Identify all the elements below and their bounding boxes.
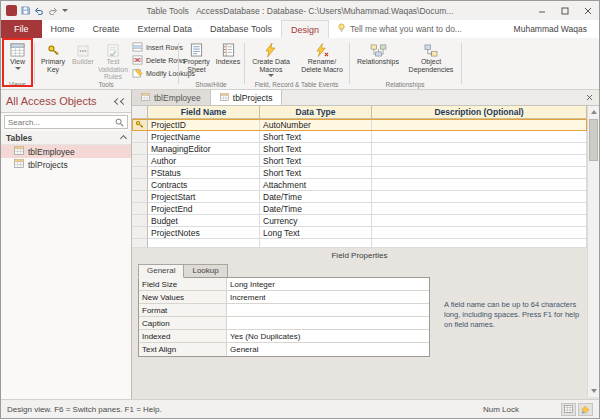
data-type-cell[interactable]: Short Text (260, 143, 372, 155)
field-name-cell[interactable]: ProjectStart (148, 191, 260, 203)
property-value[interactable]: General (227, 343, 429, 356)
field-name-cell[interactable]: Contracts (148, 179, 260, 191)
property-row-indexed[interactable]: Indexed Yes (No Duplicates) (139, 330, 429, 343)
tab-external-data[interactable]: External Data (129, 20, 202, 38)
row-selector[interactable] (132, 167, 148, 179)
row-selector[interactable] (132, 131, 148, 143)
description-cell[interactable] (372, 143, 587, 155)
property-value[interactable] (227, 317, 429, 329)
field-row-projectstart[interactable]: ProjectStart Date/Time (132, 191, 587, 203)
doc-tab-tblprojects[interactable]: tblProjects (211, 90, 283, 105)
property-row-field-size[interactable]: Field Size Long Integer (139, 278, 429, 291)
data-type-cell[interactable]: AutoNumber (260, 119, 372, 131)
nav-search-box[interactable] (4, 115, 128, 129)
field-name-cell[interactable]: PStatus (148, 167, 260, 179)
grid-header-field-name[interactable]: Field Name (148, 106, 260, 119)
description-cell[interactable] (372, 227, 587, 239)
datasheet-view-button[interactable] (561, 403, 576, 416)
tab-create[interactable]: Create (84, 20, 129, 38)
property-sheet-button[interactable]: Property Sheet (181, 41, 212, 73)
tab-file[interactable]: File (1, 20, 42, 38)
field-name-cell[interactable]: Author (148, 155, 260, 167)
description-cell[interactable] (372, 239, 587, 248)
user-name[interactable]: Muhammad Waqas (514, 20, 599, 38)
tab-design[interactable]: Design (281, 20, 329, 38)
row-selector[interactable] (132, 227, 148, 239)
property-row-new-values[interactable]: New Values Increment (139, 291, 429, 304)
qat-dropdown-icon[interactable] (62, 9, 68, 12)
close-button[interactable] (576, 1, 599, 20)
field-name-cell[interactable]: ProjectName (148, 131, 260, 143)
data-type-cell[interactable]: Attachment (260, 179, 372, 191)
tab-lookup[interactable]: Lookup (184, 264, 227, 278)
nav-pane-header[interactable]: All Access Objects (1, 90, 131, 113)
description-cell[interactable] (372, 179, 587, 191)
description-cell[interactable] (372, 131, 587, 143)
close-document-icon[interactable] (586, 90, 599, 105)
row-selector[interactable] (132, 191, 148, 203)
tab-general[interactable]: General (138, 264, 184, 278)
primary-key-button[interactable]: Primary Key (38, 41, 68, 73)
create-data-macros-button[interactable]: Create Data Macros (248, 41, 294, 77)
tab-database-tools[interactable]: Database Tools (201, 20, 281, 38)
builder-button[interactable]: Builder (70, 41, 96, 66)
field-name-cell[interactable]: ManagingEditor (148, 143, 260, 155)
row-selector[interactable] (132, 155, 148, 167)
empty-field-row[interactable] (132, 239, 587, 248)
nav-item-tblprojects[interactable]: tblProjects (1, 158, 131, 171)
field-name-cell[interactable] (148, 239, 260, 248)
scroll-down-icon[interactable] (588, 385, 599, 397)
data-type-cell[interactable]: Short Text (260, 155, 372, 167)
field-name-cell[interactable]: Budget (148, 215, 260, 227)
data-type-cell[interactable]: Long Text (260, 227, 372, 239)
row-selector[interactable] (132, 203, 148, 215)
minimize-button[interactable] (530, 1, 553, 20)
scrollbar-thumb[interactable] (589, 119, 598, 161)
description-cell[interactable] (372, 191, 587, 203)
field-row-pstatus[interactable]: PStatus Short Text (132, 167, 587, 179)
row-selector[interactable] (132, 215, 148, 227)
property-value[interactable]: Increment (227, 291, 429, 303)
data-type-cell[interactable]: Date/Time (260, 203, 372, 215)
redo-icon[interactable] (48, 7, 58, 15)
data-type-cell[interactable]: Short Text (260, 167, 372, 179)
relationships-button[interactable]: Relationships (353, 41, 403, 66)
row-selector[interactable] (132, 179, 148, 191)
save-icon[interactable] (21, 6, 30, 15)
tab-home[interactable]: Home (42, 20, 84, 38)
data-type-cell[interactable]: Currency (260, 215, 372, 227)
field-name-cell[interactable]: ProjectNotes (148, 227, 260, 239)
field-name-cell[interactable]: ProjectEnd (148, 203, 260, 215)
property-value[interactable]: Yes (No Duplicates) (227, 330, 429, 342)
nav-section-tables[interactable]: Tables (1, 131, 131, 145)
row-selector[interactable] (132, 143, 148, 155)
grid-header-description[interactable]: Description (Optional) (372, 106, 587, 119)
field-row-managingeditor[interactable]: ManagingEditor Short Text (132, 143, 587, 155)
collapse-chevron-icon[interactable] (121, 133, 126, 143)
description-cell[interactable] (372, 203, 587, 215)
property-row-caption[interactable]: Caption (139, 317, 429, 330)
object-dependencies-button[interactable]: Object Dependencies (405, 41, 457, 73)
property-row-format[interactable]: Format (139, 304, 429, 317)
doc-tab-tblemployee[interactable]: tblEmployee (132, 90, 211, 105)
vertical-scrollbar[interactable] (587, 106, 599, 397)
maximize-button[interactable] (553, 1, 576, 20)
field-row-projectend[interactable]: ProjectEnd Date/Time (132, 203, 587, 215)
test-validation-rules-button[interactable]: Test Validation Rules (96, 41, 130, 81)
field-name-cell[interactable]: ProjectID (148, 119, 260, 131)
view-button[interactable]: View (4, 41, 31, 70)
description-cell[interactable] (372, 119, 587, 131)
description-cell[interactable] (372, 215, 587, 227)
data-type-cell[interactable] (260, 239, 372, 248)
property-value[interactable]: Long Integer (227, 278, 429, 290)
data-type-cell[interactable]: Date/Time (260, 191, 372, 203)
grid-header-data-type[interactable]: Data Type (260, 106, 372, 119)
access-app-icon[interactable] (6, 5, 17, 16)
property-row-text-align[interactable]: Text Align General (139, 343, 429, 356)
description-cell[interactable] (372, 167, 587, 179)
description-cell[interactable] (372, 155, 587, 167)
data-type-cell[interactable]: Short Text (260, 131, 372, 143)
field-row-budget[interactable]: Budget Currency (132, 215, 587, 227)
field-row-projectname[interactable]: ProjectName Short Text (132, 131, 587, 143)
property-value[interactable] (227, 304, 429, 316)
